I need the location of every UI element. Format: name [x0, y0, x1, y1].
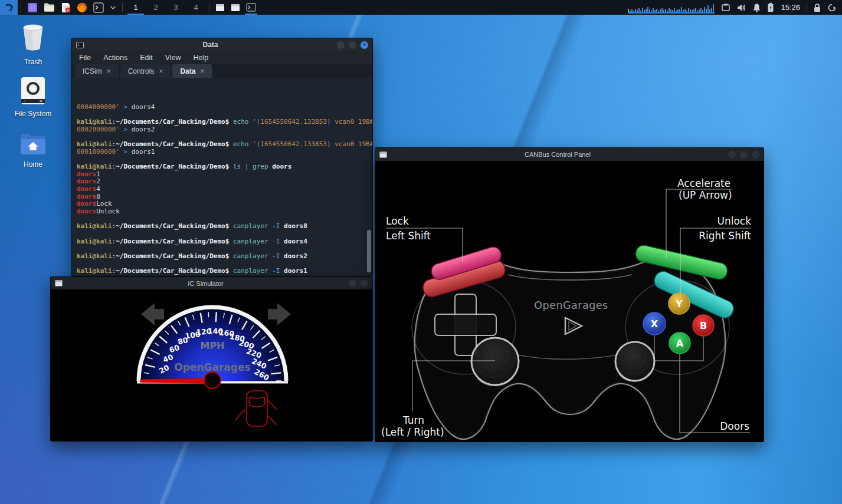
taskbar-terminal[interactable]	[243, 0, 259, 15]
terminal-line: kali@kali:~/Documents/Car_Hacking/Demo$ …	[77, 223, 368, 230]
close-button[interactable]: ✕	[361, 41, 368, 49]
menu-file[interactable]: File	[79, 54, 91, 62]
session-logout[interactable]	[824, 0, 840, 15]
label-unlock: Unlock	[717, 215, 751, 227]
desktop-icon-file-system[interactable]: File System	[8, 77, 58, 118]
button-y-label: Y	[675, 298, 683, 309]
cpu-graph-bar	[693, 9, 694, 12]
terminal-text-segment: 0004000000'	[77, 103, 123, 111]
kali-menu-button[interactable]	[0, 0, 18, 15]
terminal-window: Data ✕ File Actions Edit View Help ICSim…	[71, 38, 373, 276]
launcher-window-purple[interactable]	[24, 0, 41, 15]
terminal-output[interactable]: 0004000000' > doors4kali@kali:~/Document…	[72, 78, 372, 276]
firefox-icon	[77, 2, 87, 13]
icsim-titlebar[interactable]: IC Simulator	[51, 277, 372, 289]
workspace-1[interactable]: 1	[126, 0, 146, 15]
cpu-graph-bar	[658, 11, 659, 12]
cpu-graph-bar	[672, 10, 673, 12]
panel-separator	[122, 3, 123, 12]
minimize-button[interactable]	[349, 279, 356, 287]
tray-notifications[interactable]	[749, 0, 764, 15]
cpu-graph-bar	[681, 7, 682, 12]
terminal-text-segment	[229, 163, 233, 170]
tab-close-icon[interactable]: ×	[159, 67, 163, 75]
terminal-text-segment: echo	[233, 140, 249, 148]
terminal-line: 0001000000' > doors1	[77, 149, 368, 156]
terminal-text-segment: doors	[77, 170, 96, 178]
launcher-firefox[interactable]	[74, 0, 90, 15]
terminal-text-segment: doors4	[284, 238, 307, 245]
cpu-graph-bar	[709, 9, 710, 12]
terminal-text-segment: vcan0 19B#00	[331, 118, 373, 126]
session-lock[interactable]	[810, 0, 824, 15]
close-button[interactable]	[752, 151, 759, 159]
cpu-graph-bar	[642, 8, 643, 12]
terminal-text-segment: kali@kali	[77, 238, 112, 245]
window-title: Data	[88, 41, 333, 49]
terminal-text-segment: kali@kali	[77, 118, 112, 126]
tab-controls[interactable]: Controls ×	[120, 64, 171, 78]
cpu-graph-bar	[653, 8, 654, 12]
terminal-text-segment: ls	[233, 163, 241, 170]
tab-close-icon[interactable]: ×	[107, 67, 111, 75]
desktop-icon-home[interactable]: Home	[8, 132, 58, 169]
terminal-text-segment	[241, 163, 245, 170]
terminal-text-segment: canplayer	[233, 267, 268, 275]
terminal-titlebar[interactable]: Data ✕	[72, 38, 372, 51]
terminal-text-segment: ~/Documents/Car_Hacking/Demo	[116, 238, 225, 245]
launcher-chevron[interactable]	[107, 0, 119, 15]
cpu-graph[interactable]	[628, 2, 715, 14]
panel-clock[interactable]: 15:26	[777, 3, 804, 12]
cpu-graph-bar	[661, 8, 663, 12]
turn-left-arrow	[141, 303, 164, 325]
terminal-text-segment: -I	[272, 222, 280, 230]
trash-icon	[19, 22, 47, 53]
window-icon	[231, 4, 240, 12]
tab-data[interactable]: Data ×	[172, 64, 212, 78]
launcher-text-editor[interactable]	[58, 0, 74, 15]
menu-edit[interactable]: Edit	[140, 54, 153, 62]
canbus-brand-label: OpenGarages	[534, 299, 608, 311]
workspace-4[interactable]: 4	[186, 0, 206, 15]
terminal-scrollbar[interactable]	[367, 230, 371, 272]
launcher-terminal[interactable]	[90, 0, 107, 15]
terminal-text-segment: ~/Documents/Car_Hacking/Demo	[116, 140, 225, 148]
terminal-text-segment: kali@kali	[77, 252, 112, 260]
canbus-titlebar[interactable]: CANBus Control Panel	[375, 148, 764, 161]
workspace-3[interactable]: 3	[166, 0, 186, 15]
left-analog-stick[interactable]	[471, 338, 519, 385]
terminal-text-segment: >	[123, 148, 131, 156]
cpu-graph-bar	[654, 10, 656, 12]
label-turn-key: (Left / Right)	[381, 426, 444, 438]
icsim-app-icon	[55, 280, 63, 286]
maximize-button[interactable]	[361, 279, 368, 287]
cpu-graph-bar	[638, 8, 640, 12]
top-panel: 1 2 3 4	[0, 0, 842, 15]
tray-clipboard[interactable]	[718, 0, 733, 15]
workspace-2[interactable]: 2	[146, 0, 166, 15]
maximize-button[interactable]	[740, 151, 748, 159]
cpu-graph-bar	[695, 8, 696, 12]
cpu-graph-bar	[670, 9, 671, 12]
taskbar-window-1[interactable]	[212, 0, 228, 15]
terminal-text-segment: kali@kali	[77, 222, 112, 230]
taskbar-window-2[interactable]	[228, 0, 243, 15]
tab-close-icon[interactable]: ×	[200, 67, 204, 75]
minimize-button[interactable]	[728, 151, 736, 159]
terminal-text-segment: doors	[77, 207, 96, 215]
cpu-graph-bar	[644, 10, 645, 12]
terminal-line: kali@kali:~/Documents/Car_Hacking/Demo$ …	[77, 163, 368, 171]
launcher-file-manager[interactable]	[41, 0, 58, 15]
menu-help[interactable]: Help	[194, 54, 209, 62]
maximize-button[interactable]	[349, 41, 356, 49]
tab-icsim[interactable]: ICSim ×	[75, 64, 119, 78]
terminal-icon	[246, 3, 256, 12]
menu-actions[interactable]: Actions	[103, 54, 127, 62]
minimize-button[interactable]	[337, 41, 345, 49]
tray-battery[interactable]	[764, 0, 777, 15]
desktop-icon-trash[interactable]: Trash	[8, 22, 58, 66]
tray-volume[interactable]	[733, 0, 749, 15]
cpu-graph-bar	[707, 5, 709, 12]
terminal-line: doors1	[77, 171, 368, 179]
menu-view[interactable]: View	[165, 54, 181, 62]
